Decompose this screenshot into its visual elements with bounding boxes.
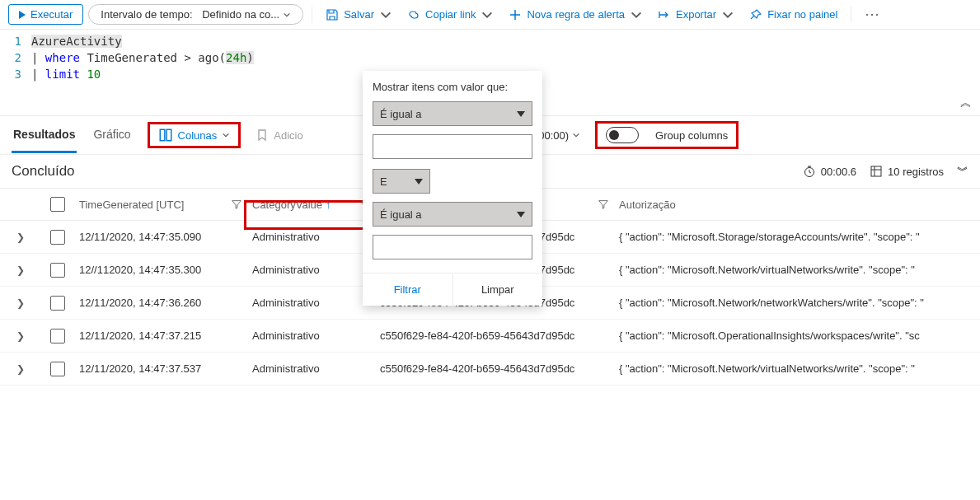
cell-timegen: 12/11/2020, 14:47:37.537	[74, 362, 247, 375]
col-select-all[interactable]	[41, 197, 74, 212]
row-checkbox[interactable]	[41, 362, 74, 376]
cell-correlation: c550f629-fe84-420f-b659-45643d7d95dc	[375, 329, 614, 342]
group-columns-label: Group columns	[655, 129, 728, 142]
checkbox[interactable]	[50, 197, 65, 212]
cell-timegen: 12/11/2020, 14:47:35.090	[74, 231, 247, 243]
add-bookmark-button[interactable]: Adicio	[256, 129, 302, 142]
link-icon	[407, 8, 420, 21]
stopwatch-icon	[803, 165, 816, 178]
expand-row-icon[interactable]: ❯	[0, 330, 41, 342]
cell-timegen: 12//112020, 14:47:35.300	[74, 264, 247, 276]
play-icon	[19, 11, 26, 19]
expand-row-icon[interactable]: ❯	[0, 363, 41, 375]
expand-row-icon[interactable]: ❯	[0, 297, 41, 309]
cell-timegen: 12/11/2020, 14:47:36.260	[74, 297, 247, 309]
export-icon	[658, 8, 671, 21]
bookmark-icon	[256, 129, 269, 142]
run-button[interactable]: Executar	[8, 4, 83, 25]
columns-label: Colunas	[178, 129, 218, 142]
row-checkbox[interactable]	[41, 296, 74, 311]
svg-rect-3	[871, 166, 881, 176]
cell-authorization: { "action": "Microsoft.OperationalInsigh…	[614, 329, 980, 342]
cell-category: Administrativo	[247, 329, 375, 342]
filter-popup: Mostrar itens com valor que: É igual a E…	[363, 71, 542, 306]
line-number: 3	[0, 66, 31, 82]
more-button[interactable]: ···	[860, 6, 884, 23]
filter-apply-button[interactable]: Filtrar	[363, 273, 452, 306]
columns-highlight: Colunas	[148, 122, 241, 148]
row-checkbox[interactable]	[41, 263, 74, 278]
new-alert-label: Nova regra de alerta	[527, 8, 625, 21]
row-checkbox[interactable]	[41, 329, 74, 343]
cell-category: Administrativo	[247, 264, 375, 276]
cell-category: Administrativo	[247, 231, 375, 243]
columns-icon	[158, 128, 173, 143]
col-header-category[interactable]: CategoryValue ↑	[247, 199, 375, 211]
copy-link-label: Copiar link	[425, 8, 476, 21]
time-range-value: Definido na co...	[202, 8, 279, 21]
cell-authorization: { "action": "Microsoft.Network/networkWa…	[614, 297, 980, 309]
time-range-label: Intervalo de tempo:	[101, 8, 192, 21]
save-label: Salvar	[344, 8, 374, 21]
filter-value-2[interactable]	[373, 235, 532, 259]
divider	[851, 7, 851, 23]
pin-button[interactable]: Fixar no painel	[744, 5, 842, 25]
sort-asc-icon: ↑	[326, 199, 331, 211]
col-header-authorization[interactable]: Autorização	[614, 199, 980, 211]
cell-correlation: c550f629-fe84-420f-b659-45643d7d95dc	[375, 362, 614, 375]
toolbar: Executar Intervalo de tempo: Definido na…	[0, 0, 980, 30]
expand-icon[interactable]: ︾	[957, 164, 968, 179]
chevron-down-icon	[222, 131, 230, 139]
export-label: Exportar	[676, 8, 716, 21]
row-checkbox[interactable]	[41, 230, 74, 245]
save-button[interactable]: Salvar	[321, 5, 397, 25]
record-count: 10 registros	[870, 165, 944, 178]
status-completed: Concluído	[12, 163, 75, 180]
pin-icon	[749, 8, 762, 21]
tab-chart[interactable]: Gráfico	[91, 118, 132, 153]
run-label: Executar	[30, 8, 73, 21]
chevron-down-icon	[572, 131, 580, 139]
table-row[interactable]: ❯ 12/11/2020, 14:47:37.215 Administrativ…	[0, 320, 980, 353]
table-row[interactable]: ❯ 12/11/2020, 14:47:37.537 Administrativ…	[0, 353, 980, 386]
collapse-icon[interactable]: ︽	[960, 96, 972, 110]
svg-rect-0	[160, 129, 165, 141]
filter-clear-button[interactable]: Limpar	[452, 273, 543, 306]
filter-condition-1[interactable]: É igual a	[373, 101, 532, 126]
pin-label: Fixar no painel	[767, 8, 837, 21]
time-range-pill[interactable]: Intervalo de tempo: Definido na co...	[88, 4, 303, 25]
col-header-timegen[interactable]: TimeGenerated [UTC]	[74, 199, 247, 211]
chevron-down-icon	[630, 8, 643, 21]
chevron-down-icon	[379, 8, 392, 21]
export-button[interactable]: Exportar	[653, 5, 739, 25]
save-icon	[326, 8, 339, 21]
filter-condition-2[interactable]: É igual a	[373, 202, 532, 227]
expand-row-icon[interactable]: ❯	[0, 264, 41, 276]
divider	[312, 7, 312, 23]
cell-authorization: { "action": "Microsoft.Storage/storageAc…	[614, 231, 980, 243]
copy-link-button[interactable]: Copiar link	[402, 5, 499, 25]
plus-icon	[509, 8, 522, 21]
expand-row-icon[interactable]: ❯	[0, 231, 41, 243]
new-alert-button[interactable]: Nova regra de alerta	[504, 5, 648, 25]
filter-icon[interactable]	[231, 199, 242, 210]
filter-operator[interactable]: E	[373, 169, 430, 194]
dropdown-icon	[415, 179, 423, 185]
add-label: Adicio	[274, 129, 302, 142]
filter-icon[interactable]	[598, 199, 609, 210]
svg-rect-1	[166, 129, 171, 141]
line-number: 1	[0, 33, 31, 49]
cell-category: Administrativo	[247, 362, 375, 375]
group-columns-toggle[interactable]	[606, 127, 639, 143]
chevron-down-icon	[481, 8, 494, 21]
dropdown-icon	[517, 212, 525, 217]
filter-value-1[interactable]	[373, 134, 532, 159]
cell-authorization: { "action": "Microsoft.Network/virtualNe…	[614, 362, 980, 375]
line-number: 2	[0, 49, 31, 66]
dropdown-icon	[517, 111, 525, 117]
columns-button[interactable]: Colunas	[158, 128, 231, 143]
tab-results[interactable]: Resultados	[12, 118, 77, 153]
chevron-down-icon	[721, 8, 734, 21]
filter-popup-title: Mostrar itens com valor que:	[373, 81, 532, 93]
cell-timegen: 12/11/2020, 14:47:37.215	[74, 329, 247, 342]
